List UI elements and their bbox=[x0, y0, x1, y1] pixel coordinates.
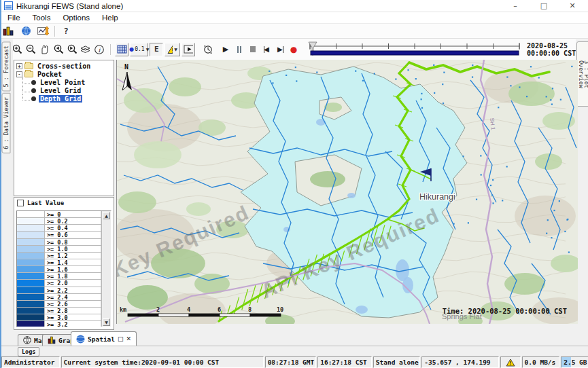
warning-icon bbox=[506, 358, 515, 367]
scalar-display-button[interactable] bbox=[37, 24, 50, 38]
zoom-out-button[interactable] bbox=[24, 43, 38, 56]
layers-button[interactable] bbox=[79, 43, 92, 56]
legend-row[interactable]: >= 2.2 bbox=[17, 287, 101, 294]
help-button[interactable]: ? bbox=[59, 24, 73, 38]
legend-class-label: >= 1.8 bbox=[45, 273, 101, 279]
legend-row[interactable]: >= 2.0 bbox=[17, 280, 101, 287]
title-bar[interactable]: Hikurangi FEWS (Stand alone) – □ ✕ bbox=[1, 0, 588, 12]
pause-button[interactable] bbox=[232, 43, 246, 56]
timestep-button[interactable] bbox=[201, 43, 215, 56]
legend-row[interactable]: >= 2.8 bbox=[17, 308, 101, 314]
legend-row[interactable]: >= 0.2 bbox=[17, 218, 101, 225]
animation-button[interactable] bbox=[181, 43, 195, 56]
skip-to-start-button[interactable]: ◀ bbox=[260, 43, 273, 56]
forecast-chart-button[interactable] bbox=[1, 24, 15, 38]
menu-item-file[interactable]: File bbox=[1, 13, 27, 22]
svg-text:6: 6 bbox=[218, 306, 221, 313]
stop-button[interactable] bbox=[246, 43, 260, 56]
logs-button[interactable]: Logs bbox=[18, 347, 39, 356]
maximize-button[interactable]: □ bbox=[532, 0, 555, 12]
grid-display-button[interactable] bbox=[115, 43, 128, 56]
town-label: Hikurangi bbox=[419, 192, 455, 202]
legend-row[interactable]: >= 1.6 bbox=[17, 266, 101, 273]
info-button[interactable]: i bbox=[92, 43, 106, 56]
vtab-plot-overview[interactable]: 3 : Plot Overview bbox=[576, 41, 588, 107]
menu-item-help[interactable]: Help bbox=[96, 13, 124, 22]
legend-row[interactable]: >= 0.8 bbox=[17, 239, 101, 246]
tree-item-pocket[interactable]: - Pocket bbox=[14, 70, 114, 78]
play-button[interactable]: ▶ bbox=[219, 43, 232, 56]
legend-class-label: >= 2.8 bbox=[45, 308, 101, 314]
menu-item-options[interactable]: Options bbox=[56, 13, 96, 22]
legend-color-swatch bbox=[17, 218, 45, 224]
tree-item-label: Level Grid bbox=[39, 87, 82, 94]
legend-row[interactable]: >= 0.6 bbox=[17, 232, 101, 238]
zoom-previous-icon bbox=[52, 43, 65, 55]
main-toolbar: ? bbox=[1, 24, 588, 39]
map-display-button[interactable] bbox=[19, 24, 33, 38]
legend-class-label: >= 0.6 bbox=[45, 232, 101, 238]
vtab-forecast[interactable]: 5 : Forecast bbox=[2, 41, 11, 91]
warnings-dropdown[interactable]: ▼ bbox=[165, 43, 180, 56]
menu-bar: FileToolsOptionsHelp bbox=[1, 12, 588, 24]
map-canvas[interactable]: API Key Required API Key Required Hikura… bbox=[117, 60, 578, 324]
collapse-icon[interactable]: - bbox=[16, 71, 22, 77]
left-tab-strip: 5 : Forecast6 : Data Viewer bbox=[1, 39, 13, 331]
skip-to-end-button[interactable]: ▶ bbox=[273, 43, 287, 56]
time-slider[interactable] bbox=[307, 41, 522, 58]
tree-item-depth-grid[interactable]: Depth Grid bbox=[14, 94, 114, 103]
svg-text:10: 10 bbox=[277, 306, 283, 313]
scale-unit-label: km bbox=[120, 306, 126, 313]
legend-toggle-button[interactable]: E bbox=[150, 43, 163, 56]
legend-row[interactable]: >= 1.8 bbox=[17, 273, 101, 280]
legend-class-label: >= 2.6 bbox=[45, 301, 101, 307]
legend-color-swatch bbox=[17, 266, 45, 272]
tab-spatial-active[interactable]: Spatial □ ✕ bbox=[71, 331, 137, 346]
close-button[interactable]: ✕ bbox=[561, 0, 584, 12]
legend-row[interactable]: >= 1.4 bbox=[17, 259, 101, 266]
svg-text:i: i bbox=[98, 46, 101, 53]
explorer-panel: + Cross-section - Pocket Level Point Lev… bbox=[13, 60, 116, 331]
contour-interval-dropdown[interactable]: ● 0.1 ▼ bbox=[130, 43, 148, 56]
scroll-up-icon[interactable]: ▲ bbox=[103, 212, 110, 219]
zoom-previous-button[interactable] bbox=[52, 43, 65, 56]
legend-color-swatch bbox=[17, 287, 45, 293]
last-value-checkbox[interactable] bbox=[17, 200, 24, 206]
vtab-viewer[interactable]: 6 : Data Viewer bbox=[2, 93, 11, 153]
legend-color-swatch bbox=[17, 246, 45, 252]
legend-row[interactable]: >= 3.0 bbox=[17, 314, 101, 321]
legend-color-swatch bbox=[17, 232, 45, 238]
minimize-button[interactable]: – bbox=[504, 0, 527, 12]
zoom-next-button[interactable] bbox=[65, 43, 79, 56]
node-bullet-icon bbox=[31, 80, 36, 85]
status-warning[interactable] bbox=[500, 356, 521, 368]
zoom-next-icon bbox=[66, 43, 78, 55]
legend-scrollbar[interactable]: ▲ ▼ bbox=[101, 211, 111, 327]
legend-row[interactable]: >= 2.6 bbox=[17, 301, 101, 308]
legend-row[interactable]: >= 1.0 bbox=[17, 246, 101, 253]
tab-close-icon[interactable]: ✕ bbox=[126, 335, 132, 342]
menu-item-tools[interactable]: Tools bbox=[27, 13, 57, 22]
legend-class-list: >= 0>= 0.2>= 0.4>= 0.6>= 0.8>= 1.0>= 1.2… bbox=[16, 210, 111, 327]
legend-row[interactable]: >= 2.4 bbox=[17, 294, 101, 301]
tree-item-label: Pocket bbox=[36, 71, 63, 78]
legend-class-label: >= 3.0 bbox=[45, 314, 101, 320]
legend-row[interactable]: >= 0 bbox=[17, 211, 101, 218]
pan-button[interactable] bbox=[38, 43, 52, 56]
legend-row[interactable]: >= 1.2 bbox=[17, 253, 101, 259]
legend-class-label: >= 0.8 bbox=[45, 239, 101, 245]
node-bullet-icon bbox=[31, 88, 36, 93]
tab-maximize-icon[interactable]: □ bbox=[118, 335, 124, 342]
legend-row[interactable]: >= 3.2 bbox=[17, 321, 101, 327]
node-bullet-icon bbox=[31, 96, 36, 101]
tree-item-cross-section[interactable]: + Cross-section bbox=[14, 62, 114, 70]
info-icon: i bbox=[94, 44, 105, 55]
scroll-down-icon[interactable]: ▼ bbox=[103, 318, 110, 326]
hand-icon bbox=[39, 43, 50, 55]
status-coordinates: -35.657 , 174.199 bbox=[421, 356, 498, 368]
chevron-down-icon: ▼ bbox=[174, 47, 177, 52]
record-button[interactable]: ● bbox=[287, 43, 300, 56]
expand-icon[interactable]: + bbox=[16, 63, 22, 69]
legend-row[interactable]: >= 0.4 bbox=[17, 225, 101, 232]
spatial-map[interactable]: API Key Required API Key Required Hikura… bbox=[116, 60, 577, 324]
